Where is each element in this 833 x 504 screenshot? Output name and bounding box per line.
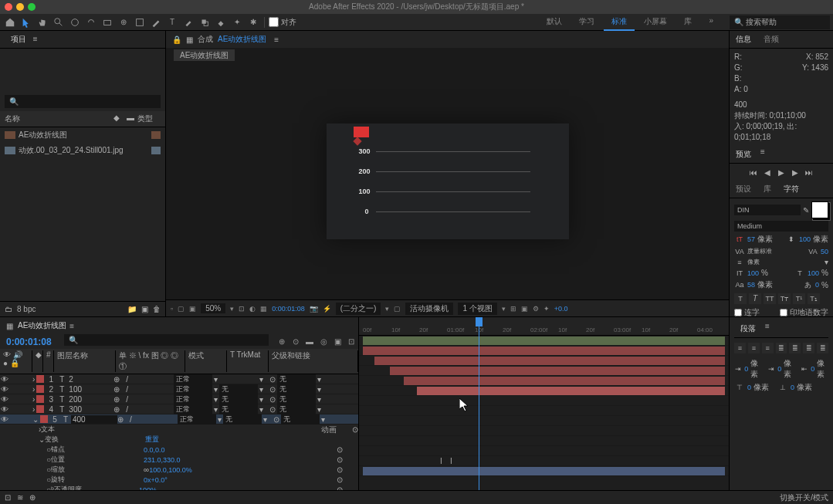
ligatures-checkbox[interactable] [734,309,742,316]
hindi-checkbox[interactable] [780,309,787,316]
time-display[interactable]: 0:00:01:08 [272,305,305,313]
justify-left-icon[interactable]: ≣ [776,343,787,353]
layer-bar[interactable] [404,377,725,385]
prop-scale[interactable]: ○缩放∞100.0,100.0%⊙ [0,465,358,475]
align-right-icon[interactable]: ≡ [762,343,774,353]
paragraph-tab[interactable]: 段落 [737,322,759,336]
zoom-tool-icon[interactable] [52,15,66,29]
vf-icon[interactable]: ⚙ [533,305,539,313]
toggle-switches[interactable]: 切换开关/模式 [780,492,828,503]
col-name[interactable]: 名称 [5,113,110,124]
col-tag-icon[interactable]: ◆ [110,113,124,124]
project-tab[interactable]: 项目 [6,33,31,45]
selection-tool-icon[interactable] [19,15,33,29]
preview-tab[interactable]: 预览 [733,147,754,161]
layer-row[interactable]: 👁›2T100⊕/正常▾无▾⊙无▾ [0,384,358,394]
vf-icon[interactable]: ▢ [394,305,401,313]
col-label-icon[interactable]: ▬ [124,113,137,124]
layer-row[interactable]: 👁›1T2⊕/正常▾▾⊙无▾ [0,374,358,384]
play-icon[interactable]: ▶ [776,167,787,178]
delete-icon[interactable]: 🗑 [153,305,161,313]
current-time[interactable]: 0:00:01:08 [0,335,58,349]
layer-bar[interactable] [374,357,725,365]
font-dropdown[interactable]: DIN [734,205,801,215]
bpc-toggle[interactable]: 8 bpc [17,305,36,313]
layer-row[interactable]: 👁›3T200⊕/正常▾无▾⊙无▾ [0,394,358,404]
library-tab[interactable]: 库 [760,182,774,196]
camera-dropdown[interactable]: 活动摄像机 [405,303,453,315]
close-icon[interactable] [5,3,12,11]
interpret-icon[interactable]: 🗀 [5,305,12,313]
visibility-icon[interactable]: 👁 [0,405,9,414]
vf-icon[interactable]: ⊞ [510,305,516,313]
comp-tab-name[interactable]: AE动效折线图 [218,34,266,45]
timeline-search[interactable]: 🔍 [64,334,269,346]
character-tab[interactable]: 字符 [781,182,802,196]
vf-icon[interactable]: ⚡ [323,305,331,313]
lock-icon[interactable]: 🔒 [172,36,181,44]
home-icon[interactable] [3,15,17,29]
brush-tool-icon[interactable] [181,15,195,29]
col-type[interactable]: 类型 [137,113,161,124]
tl-icon[interactable]: ⊙ [289,335,303,349]
bold-button[interactable]: T [734,293,747,304]
vf-icon[interactable]: ▣ [521,305,528,313]
tl-flow-icon[interactable]: ▦ [6,322,13,330]
exposure[interactable]: +0.0 [554,305,568,313]
work-area-bar[interactable] [363,337,725,345]
tl-icon[interactable]: ▬ [303,335,317,349]
keyframe-icon[interactable]: I [440,457,442,465]
vf-icon[interactable]: ▾ [385,305,389,313]
layer-row[interactable]: 👁›4T300⊕/正常▾无▾⊙无▾ [0,404,358,414]
layer-bar[interactable] [363,347,725,355]
ws-more-icon[interactable]: » [701,14,721,31]
eyedropper-icon[interactable]: ✎ [803,206,809,215]
text-tool-icon[interactable]: T [165,15,179,29]
justify-right-icon[interactable]: ≣ [803,343,814,353]
ws-learn[interactable]: 学习 [571,14,602,31]
fill-color[interactable] [811,201,828,218]
visibility-icon[interactable]: 👁 [0,375,9,384]
tl-icon[interactable]: ⊡ [344,335,358,349]
vf-icon[interactable]: ▢ [178,305,185,313]
rect-tool-icon[interactable] [133,15,147,29]
puppet-tool-icon[interactable]: ✱ [246,15,260,29]
tl-icon[interactable]: ▣ [330,335,344,349]
first-frame-icon[interactable]: ⏮ [748,167,759,178]
align-center-icon[interactable]: ≡ [748,343,760,353]
leading-val[interactable]: 100 [799,235,811,243]
layer-bar[interactable] [390,367,725,375]
panel-menu-icon[interactable]: ≡ [274,36,279,44]
visibility-icon[interactable]: 👁 [0,415,9,424]
next-frame-icon[interactable]: ▶ [790,167,801,178]
prop-text[interactable]: ›文本动画⊙ [0,425,358,435]
pan-behind-tool-icon[interactable]: ⊕ [117,15,130,29]
zoom-dropdown[interactable]: 50% [201,303,225,313]
roto-tool-icon[interactable]: ✦ [230,15,244,29]
info-tab[interactable]: 信息 [733,32,754,46]
composition-viewer[interactable]: 300 200 100 0 [166,63,729,299]
align-checkbox[interactable] [269,17,279,27]
breadcrumb-item[interactable]: AE动效折线图 [174,49,235,61]
playhead[interactable] [479,317,479,490]
caps-button[interactable]: TT [764,293,776,304]
vf-icon[interactable]: ▾ [502,305,506,313]
align-left-icon[interactable]: ≡ [734,343,746,353]
smallcaps-button[interactable]: Tᴛ [778,293,791,304]
prev-frame-icon[interactable]: ◀ [762,167,773,178]
prop-rotation[interactable]: ○旋转0x+0.0°⊙ [0,475,358,485]
clone-tool-icon[interactable] [198,15,212,29]
vf-icon[interactable]: ▾ [230,305,234,313]
justify-all-icon[interactable]: ≣ [817,343,828,353]
maximize-icon[interactable] [28,3,36,11]
ws-library[interactable]: 库 [676,14,699,31]
pen-tool-icon[interactable] [149,15,163,29]
superscript-button[interactable]: T¹ [793,293,805,304]
snapshot-icon[interactable]: 📷 [310,305,318,313]
project-item-image[interactable]: 动效.00_03_20_24.Still001.jpg [0,143,165,158]
timeline-comp-name[interactable]: AE动效折线图 [18,320,66,331]
layer-row-selected[interactable]: 👁⌄5T400⊕/正常▾无▾⊙无▾ [0,414,358,425]
justify-center-icon[interactable]: ≣ [789,343,801,353]
keyframe-icon[interactable]: I [450,457,452,465]
tracking-val[interactable]: 50 [821,248,828,255]
